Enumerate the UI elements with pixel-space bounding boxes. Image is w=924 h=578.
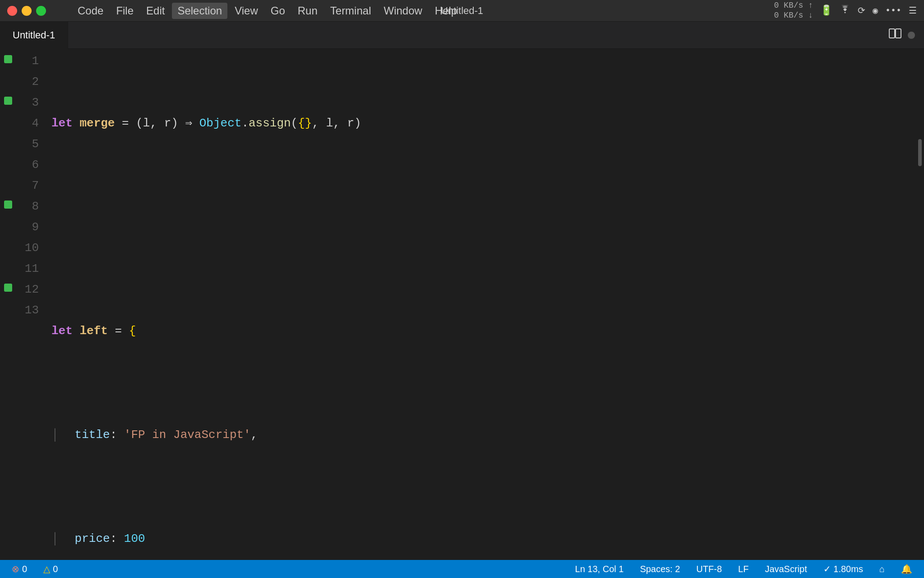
- num-100: 100: [124, 528, 145, 549]
- encoding-text: UTF-8: [696, 564, 722, 574]
- object-ref: Object: [199, 113, 242, 134]
- tab-label: Untitled-1: [13, 29, 55, 41]
- breakpoint-gutter: [0, 49, 16, 560]
- line-num-8: 8: [16, 196, 39, 217]
- minimize-button[interactable]: [22, 6, 32, 16]
- line-num-12: 12: [16, 279, 39, 300]
- encoding[interactable]: UTF-8: [693, 564, 725, 574]
- avatar-icon: ◉: [873, 5, 878, 16]
- bell-icon: 🔔: [901, 564, 912, 574]
- cursor-position[interactable]: Ln 13, Col 1: [573, 564, 627, 574]
- keyword-let-1: let: [51, 113, 73, 134]
- bp-12[interactable]: [0, 277, 16, 298]
- code-editor[interactable]: let merge = ( l, r) ⇒ Object . assign ( …: [48, 49, 916, 560]
- code-line-5: │ price : 100: [48, 528, 916, 549]
- prop-title: title: [75, 424, 110, 445]
- bp-3[interactable]: [0, 90, 16, 111]
- dot-indicator: [908, 32, 915, 39]
- title-bar: Code File Edit Selection View Go Run Ter…: [0, 0, 924, 22]
- code-line-3: let left = {: [48, 321, 916, 341]
- line-num-13: 13: [16, 300, 39, 321]
- timing-info[interactable]: ✓ 1.80ms: [821, 564, 866, 574]
- language-mode[interactable]: JavaScript: [762, 564, 809, 574]
- arrow-1: ⇒: [185, 113, 192, 134]
- bp-6[interactable]: [0, 153, 16, 173]
- close-button[interactable]: [7, 6, 17, 16]
- menu-selection[interactable]: Selection: [172, 3, 227, 19]
- menu-view[interactable]: View: [229, 3, 263, 19]
- bp-9[interactable]: [0, 215, 16, 236]
- menu-terminal[interactable]: Terminal: [325, 3, 377, 19]
- warning-icon: △: [43, 564, 50, 574]
- line-num-5: 5: [16, 134, 39, 154]
- editor: 1 2 3 4 5 6 7 8 9 10 11 12 13 let merge …: [0, 49, 924, 560]
- menubar: Code File Edit Selection View Go Run Ter…: [60, 3, 462, 19]
- status-right: Ln 13, Col 1 Spaces: 2 UTF-8 LF JavaScri…: [573, 564, 915, 574]
- spaces-text: Spaces: 2: [640, 564, 680, 574]
- svg-point-0: [844, 12, 845, 14]
- var-merge: merge: [79, 113, 115, 134]
- line-num-4: 4: [16, 113, 39, 134]
- menu-run[interactable]: Run: [292, 3, 323, 19]
- bp-8[interactable]: [0, 194, 16, 215]
- warning-count[interactable]: △ 0: [41, 564, 60, 574]
- code-line-4: │ title : 'FP in JavaScript' ,: [48, 424, 916, 445]
- feedback-icon: ⌂: [879, 564, 885, 574]
- error-num: 0: [22, 564, 27, 574]
- eol-text: LF: [738, 564, 748, 574]
- eol-sequence[interactable]: LF: [735, 564, 751, 574]
- language-text: JavaScript: [765, 564, 807, 574]
- menu-window[interactable]: Window: [378, 3, 427, 19]
- code-line-1: let merge = ( l, r) ⇒ Object . assign ( …: [48, 113, 916, 134]
- window-title: Untitled-1: [441, 5, 483, 17]
- menu-edit[interactable]: Edit: [141, 3, 170, 19]
- code-line-2: [48, 217, 916, 238]
- bp-7[interactable]: [0, 173, 16, 194]
- scrollbar-thumb[interactable]: [918, 139, 922, 166]
- line-num-7: 7: [16, 175, 39, 196]
- wifi-icon: [840, 5, 850, 16]
- split-editor-button[interactable]: [889, 28, 901, 42]
- line-num-9: 9: [16, 217, 39, 238]
- keyword-let-3: let: [51, 321, 73, 341]
- scrollbar[interactable]: [916, 49, 924, 560]
- line-num-6: 6: [16, 154, 39, 175]
- bp-4[interactable]: [0, 111, 16, 132]
- timing-text: ✓ 1.80ms: [823, 564, 863, 574]
- svg-rect-1: [889, 29, 895, 38]
- list-icon: ☰: [909, 5, 917, 16]
- error-icon: ⊗: [12, 564, 19, 574]
- error-count[interactable]: ⊗ 0: [9, 564, 30, 574]
- notifications-button[interactable]: 🔔: [898, 564, 915, 574]
- line-numbers: 1 2 3 4 5 6 7 8 9 10 11 12 13: [16, 49, 48, 560]
- tab-bar: Untitled-1: [0, 22, 924, 49]
- line-num-10: 10: [16, 238, 39, 258]
- assign-method: assign: [249, 113, 291, 134]
- warning-num: 0: [53, 564, 58, 574]
- menu-file[interactable]: File: [111, 3, 139, 19]
- battery-icon: 🔋: [820, 5, 832, 17]
- status-left: ⊗ 0 △ 0: [9, 564, 60, 574]
- feedback-button[interactable]: ⌂: [877, 564, 887, 574]
- apple-menu[interactable]: [60, 9, 70, 13]
- bp-2[interactable]: [0, 70, 16, 90]
- svg-rect-2: [896, 29, 901, 38]
- bp-10[interactable]: [0, 236, 16, 256]
- tab-actions: [889, 28, 915, 42]
- vpn-icon: ⟳: [858, 5, 865, 16]
- maximize-button[interactable]: [36, 6, 46, 16]
- bp-1[interactable]: [0, 49, 16, 70]
- position-text: Ln 13, Col 1: [575, 564, 624, 574]
- bp-5[interactable]: [0, 132, 16, 153]
- menu-go[interactable]: Go: [265, 3, 291, 19]
- line-num-11: 11: [16, 258, 39, 279]
- titlebar-left: Code File Edit Selection View Go Run Ter…: [7, 3, 462, 19]
- titlebar-right: 0 KB/s ↑0 KB/s ↓ 🔋 ⟳ ◉ ••• ☰: [774, 1, 917, 20]
- bp-11[interactable]: [0, 256, 16, 277]
- tab-untitled1[interactable]: Untitled-1: [0, 22, 68, 49]
- menu-code[interactable]: Code: [72, 3, 109, 19]
- var-left: left: [79, 321, 107, 341]
- bp-13[interactable]: [0, 298, 16, 319]
- status-bar: ⊗ 0 △ 0 Ln 13, Col 1 Spaces: 2 UTF-8 LF …: [0, 560, 924, 578]
- indentation[interactable]: Spaces: 2: [637, 564, 683, 574]
